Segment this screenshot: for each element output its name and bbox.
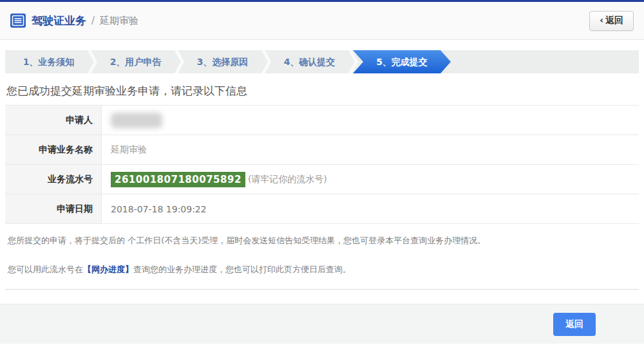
step-5-complete-submit[interactable]: 5、完成提交 — [353, 50, 451, 73]
step-1-business-notice[interactable]: 1、业务须知 — [5, 50, 92, 73]
notice-line-2: 您可以用此流水号在【网办进度】查询您的业务办理进度，您也可以打印此页方便日后查询… — [8, 264, 636, 275]
breadcrumb-current: 延期审验 — [100, 15, 138, 27]
step-label: 2、用户申告 — [110, 57, 162, 67]
row-value — [102, 106, 639, 135]
online-progress-link[interactable]: 【网办进度】 — [83, 265, 133, 274]
notice-line-2-prefix: 您可以用此流水号在 — [8, 265, 83, 274]
step-4-confirm-submit[interactable]: 4、确认提交 — [266, 50, 353, 73]
notice-line-1: 您所提交的申请，将于提交后的 个工作日(不含当天)受理，届时会发送短信告知受理结… — [8, 235, 636, 247]
table-row-apply-date: 申请日期 2018-07-18 19:09:22 — [5, 194, 639, 224]
wizard-stepbar: 1、业务须知 2、用户申告 3、选择原因 4、确认提交 5、完成提交 — [5, 50, 639, 73]
list-icon — [10, 14, 26, 28]
redacted-applicant-name — [111, 113, 162, 128]
chevron-left-icon: ‹ — [600, 15, 603, 25]
row-label: 申请日期 — [5, 194, 102, 223]
serial-number-badge: 261001807180075892 — [111, 172, 245, 187]
notice-line-2-suffix: 查询您的业务办理进度，您也可以打印此页方便日后查询。 — [133, 265, 351, 274]
breadcrumb-divider: / — [91, 15, 95, 26]
step-2-user-declaration[interactable]: 2、用户申告 — [92, 50, 179, 73]
back-button-top[interactable]: ‹返回 — [589, 11, 634, 31]
return-button[interactable]: 返回 — [553, 313, 596, 336]
back-button-label: 返回 — [605, 15, 623, 25]
page-title: 驾驶证业务 — [32, 14, 86, 28]
row-value: 延期审验 — [102, 135, 639, 164]
footer-bar: 返回 — [0, 304, 644, 344]
table-row-serial-number: 业务流水号 261001807180075892 (请牢记你的流水号) — [5, 165, 639, 194]
step-label: 3、选择原因 — [197, 57, 249, 67]
application-info-table: 申请人 申请业务名称 延期审验 业务流水号 261001807180075892… — [5, 105, 639, 224]
row-label: 申请人 — [5, 106, 102, 135]
table-row-applicant: 申请人 — [5, 106, 639, 135]
step-label: 1、业务须知 — [23, 57, 75, 67]
row-value: 2018-07-18 19:09:22 — [102, 194, 639, 223]
row-label: 申请业务名称 — [5, 135, 102, 164]
success-message: 您已成功提交延期审验业务申请，请记录以下信息 — [6, 84, 638, 98]
table-row-business-name: 申请业务名称 延期审验 — [5, 135, 639, 165]
step-label: 4、确认提交 — [284, 57, 336, 67]
step-3-select-reason[interactable]: 3、选择原因 — [179, 50, 266, 73]
row-label: 业务流水号 — [5, 165, 102, 194]
notice-box: 您所提交的申请，将于提交后的 个工作日(不含当天)受理，届时会发送短信告知受理结… — [5, 224, 639, 290]
page-header: 驾驶证业务 / 延期审验 ‹返回 — [0, 2, 644, 40]
serial-number-note: (请牢记你的流水号) — [248, 174, 327, 185]
row-value: 261001807180075892 (请牢记你的流水号) — [102, 165, 639, 194]
step-label: 5、完成提交 — [376, 57, 428, 67]
